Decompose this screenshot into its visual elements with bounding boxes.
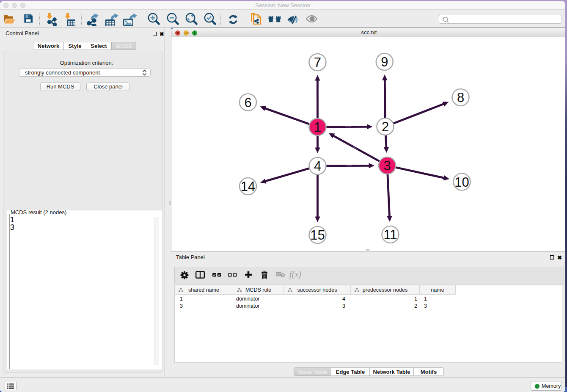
svg-text:14: 14 [241,179,255,194]
svg-text:11: 11 [383,227,397,242]
svg-text:4: 4 [314,159,321,174]
svg-text:1: 1 [314,120,321,135]
svg-text:15: 15 [310,228,325,243]
svg-text:7: 7 [314,55,321,70]
svg-text:8: 8 [457,90,464,105]
svg-text:2: 2 [382,119,389,134]
svg-text:10: 10 [454,175,469,190]
svg-text:9: 9 [381,55,388,69]
svg-text:3: 3 [383,158,391,173]
svg-text:6: 6 [244,95,251,110]
